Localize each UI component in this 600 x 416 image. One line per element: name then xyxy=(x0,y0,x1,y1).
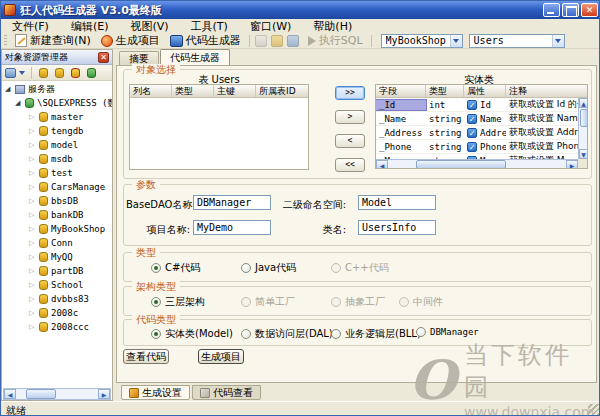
radio-icon[interactable] xyxy=(331,329,341,339)
new-query-button[interactable]: 新建查询(N) xyxy=(10,33,96,48)
tree-item-database[interactable]: master xyxy=(2,110,112,124)
column-header[interactable]: 注释 xyxy=(506,85,579,97)
checkbox-checked-icon[interactable] xyxy=(467,142,477,152)
expand-icon[interactable] xyxy=(29,152,38,166)
tree-item-database[interactable]: MyQQ xyxy=(2,250,112,264)
tree-horizontal-scrollbar[interactable]: ◀ ▶ xyxy=(3,388,111,400)
expand-icon[interactable] xyxy=(29,236,38,250)
entity-horizontal-scrollbar[interactable]: ◀ ▶ xyxy=(376,159,578,169)
database-combobox[interactable]: MyBookShop xyxy=(381,34,463,48)
menu-window[interactable]: 窗口(W) xyxy=(239,19,302,34)
remove-button[interactable]: < xyxy=(335,134,365,148)
tab-code-generator[interactable]: 代码生成器 xyxy=(160,49,230,65)
expand-icon[interactable] xyxy=(29,222,38,236)
radio-java[interactable]: Java代码 xyxy=(241,261,296,275)
expand-icon[interactable] xyxy=(29,278,38,292)
tree-item-database[interactable]: 2008c xyxy=(2,306,112,320)
scroll-up-icon[interactable]: ▲ xyxy=(579,98,588,108)
checkbox-checked-icon[interactable] xyxy=(467,114,477,124)
column-header[interactable]: 属性 xyxy=(464,85,506,97)
remove-all-button[interactable]: << xyxy=(335,158,365,172)
project-input[interactable] xyxy=(193,220,271,235)
expand-icon[interactable] xyxy=(29,166,38,180)
chevron-down-icon[interactable] xyxy=(552,35,564,47)
tree-item-database[interactable]: bankDB xyxy=(2,208,112,222)
column-header[interactable]: 列名 xyxy=(130,85,172,97)
expand-icon[interactable] xyxy=(29,138,38,152)
database-delete-icon[interactable] xyxy=(71,68,80,78)
tree-item-sqlexpress[interactable]: \SQLEXPRESS (数据库 xyxy=(2,96,112,110)
radio-model[interactable]: 实体类(Model) xyxy=(151,327,233,341)
chevron-down-icon[interactable] xyxy=(450,35,462,47)
table-row[interactable]: _Name string Name 获取或设置 Name.. xyxy=(376,112,579,126)
expand-icon[interactable] xyxy=(29,180,38,194)
scroll-right-icon[interactable]: ▶ xyxy=(566,160,578,169)
scrollbar-thumb[interactable] xyxy=(26,389,56,399)
tab-generate-settings[interactable]: 生成设置 xyxy=(121,385,190,400)
radio-three-tier[interactable]: 三层架构 xyxy=(151,295,205,309)
namespace-input[interactable] xyxy=(358,195,436,210)
database-icon[interactable] xyxy=(39,68,48,78)
class-input[interactable] xyxy=(358,220,436,235)
code-generator-button[interactable]: 代码生成器 xyxy=(165,33,246,48)
expand-icon[interactable] xyxy=(29,194,38,208)
menu-help[interactable]: 帮助(H) xyxy=(302,19,363,34)
expand-icon[interactable] xyxy=(29,306,38,320)
menu-edit[interactable]: 编辑(E) xyxy=(60,19,120,34)
checkbox-checked-icon[interactable] xyxy=(467,100,477,110)
column-header[interactable]: 所属表ID xyxy=(256,85,308,97)
radio-bll[interactable]: 业务逻辑层(BLL) xyxy=(331,327,421,341)
tree-item-database[interactable]: School xyxy=(2,278,112,292)
menu-view[interactable]: 视图(V) xyxy=(119,19,179,34)
column-header[interactable]: 类型 xyxy=(172,85,214,97)
menu-file[interactable]: 文件(F) xyxy=(1,19,60,34)
generate-project-button[interactable]: 生成项目 xyxy=(96,33,165,48)
radio-csharp[interactable]: C#代码 xyxy=(151,261,200,275)
scroll-down-icon[interactable]: ▼ xyxy=(579,149,588,159)
tree-item-database[interactable]: model xyxy=(2,138,112,152)
column-header[interactable]: 类型 xyxy=(426,85,464,97)
tree-item-database[interactable]: test xyxy=(2,166,112,180)
expand-icon[interactable] xyxy=(29,320,38,334)
tree-item-database[interactable]: MyBookShop xyxy=(2,222,112,236)
expand-icon[interactable] xyxy=(29,292,38,306)
view-code-button[interactable]: 查看代码 xyxy=(123,349,169,364)
tree-item-database[interactable]: msdb xyxy=(2,152,112,166)
tree-item-database[interactable]: bbsDB xyxy=(2,194,112,208)
tree-item-database[interactable]: 2008ccc xyxy=(2,320,112,334)
connect-icon[interactable] xyxy=(5,68,16,78)
radio-dal[interactable]: 数据访问层(DAL) xyxy=(241,327,333,341)
tree-item-server-root[interactable]: 服务器 xyxy=(2,82,112,96)
collapse-icon[interactable] xyxy=(5,82,14,96)
radio-checked-icon[interactable] xyxy=(151,263,161,273)
scroll-right-icon[interactable]: ▶ xyxy=(98,389,110,399)
collapse-icon[interactable] xyxy=(15,96,24,110)
expand-icon[interactable] xyxy=(29,250,38,264)
resize-grip[interactable] xyxy=(588,404,600,416)
tree-item-database[interactable]: dvbbs83 xyxy=(2,292,112,306)
panel-close-icon[interactable]: ✕ xyxy=(98,52,109,63)
add-all-button[interactable]: >> xyxy=(335,86,365,100)
radio-checked-icon[interactable] xyxy=(151,329,161,339)
generate-project-button-main[interactable]: 生成项目 xyxy=(198,349,244,364)
database-icon[interactable] xyxy=(55,68,64,78)
close-button[interactable] xyxy=(581,3,598,17)
database-refresh-icon[interactable] xyxy=(87,68,96,78)
expand-icon[interactable] xyxy=(29,264,38,278)
column-header[interactable]: 字段 xyxy=(376,85,426,97)
radio-icon[interactable] xyxy=(416,327,426,337)
checkbox-checked-icon[interactable] xyxy=(467,128,477,138)
table-combobox[interactable]: Users xyxy=(469,34,565,48)
table-row[interactable]: _Address string Address 获取或设置 Addre.. xyxy=(376,126,579,140)
tree-item-database[interactable]: Conn xyxy=(2,236,112,250)
radio-icon[interactable] xyxy=(241,263,251,273)
scrollbar-thumb[interactable] xyxy=(416,160,506,169)
tree-item-database[interactable]: tengdb xyxy=(2,124,112,138)
expand-icon[interactable] xyxy=(29,110,38,124)
table-row[interactable]: _Phone string Phone 获取或设置 Phone.. xyxy=(376,140,579,154)
expand-icon[interactable] xyxy=(29,208,38,222)
scroll-left-icon[interactable]: ◀ xyxy=(376,160,388,169)
radio-icon[interactable] xyxy=(241,329,251,339)
scroll-left-icon[interactable]: ◀ xyxy=(4,389,16,399)
tab-code-view[interactable]: 代码查看 xyxy=(192,385,261,400)
